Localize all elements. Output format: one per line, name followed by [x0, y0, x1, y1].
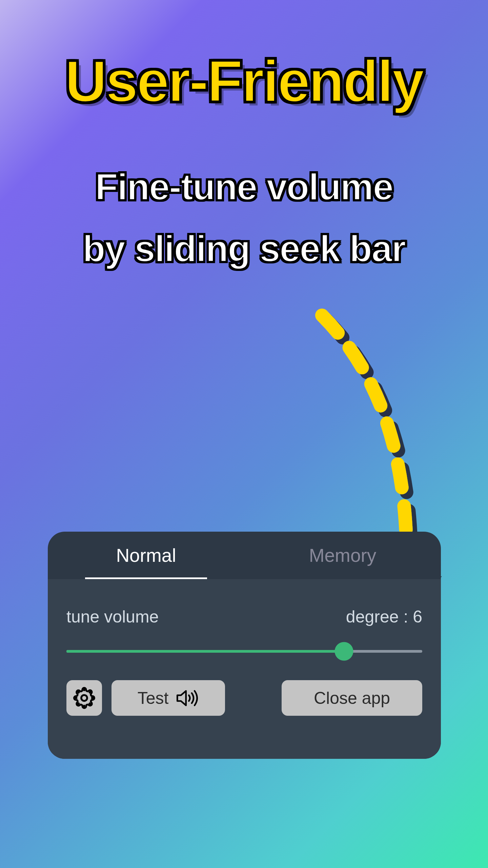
svg-point-0 [81, 695, 87, 701]
speaker-icon [176, 689, 199, 707]
volume-panel: Normal Memory tune volume degree : 6 [48, 532, 441, 759]
tab-memory[interactable]: Memory [244, 532, 441, 579]
subtitle-line-2: by sliding seek bar [83, 228, 405, 269]
gear-icon [73, 687, 95, 709]
settings-button[interactable] [66, 680, 102, 716]
slider-fill [66, 650, 344, 653]
tab-normal[interactable]: Normal [48, 532, 244, 579]
button-row: Test Close app [66, 680, 422, 716]
close-button-label: Close app [314, 688, 390, 708]
tab-bar: Normal Memory [48, 532, 441, 579]
slider-labels: tune volume degree : 6 [66, 607, 422, 627]
close-app-button[interactable]: Close app [282, 680, 422, 716]
slider-label-right: degree : 6 [346, 607, 422, 627]
slider-thumb[interactable] [335, 642, 353, 661]
panel-body: tune volume degree : 6 Test [48, 579, 441, 759]
page-subtitle: Fine-tune volume by sliding seek bar [0, 156, 488, 279]
page-title: User-Friendly [65, 47, 423, 115]
subtitle-line-1: Fine-tune volume [95, 166, 393, 208]
test-button[interactable]: Test [111, 680, 225, 716]
volume-slider[interactable] [66, 643, 422, 660]
slider-label-left: tune volume [66, 607, 159, 627]
test-button-label: Test [138, 688, 169, 708]
